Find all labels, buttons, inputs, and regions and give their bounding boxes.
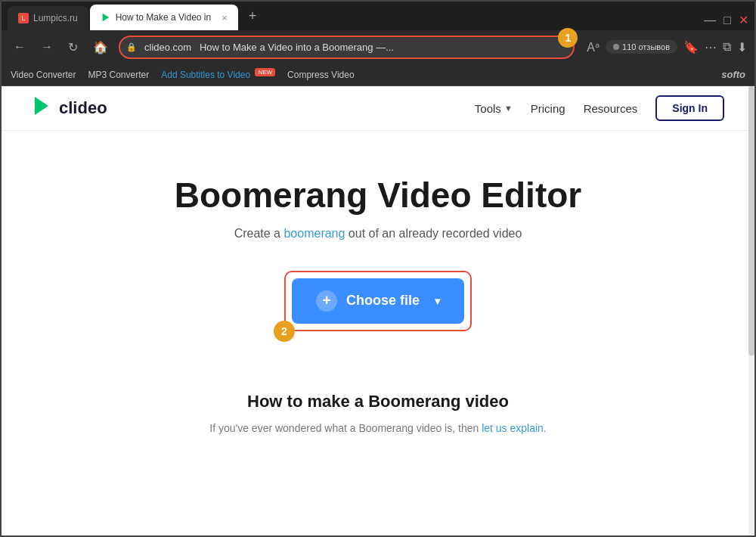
- new-tab-button[interactable]: +: [243, 5, 263, 27]
- bookmark-video-converter[interactable]: Video Converter: [11, 70, 76, 80]
- step-1-badge: 1: [558, 28, 578, 48]
- choose-file-wrapper: + Choose file ▾ 2: [284, 271, 472, 331]
- how-to-description: If you've ever wondered what a Boomerang…: [62, 422, 694, 434]
- step-2-badge: 2: [274, 321, 295, 342]
- resources-nav-link[interactable]: Resources: [584, 102, 638, 115]
- lumpics-favicon: L: [18, 13, 29, 23]
- hero-subtitle: Create a boomerang out of an already rec…: [32, 227, 724, 241]
- tab-close-button[interactable]: ×: [222, 12, 228, 23]
- home-button[interactable]: 🏠: [88, 37, 113, 57]
- pricing-nav-link[interactable]: Pricing: [531, 102, 565, 115]
- tab-bar: L Lumpics.ru How to Make a Video in × + …: [2, 2, 754, 30]
- scrollbar-track[interactable]: [748, 86, 754, 535]
- url-bar-container: 🔒 1: [119, 36, 575, 59]
- site-logo[interactable]: clideo: [32, 95, 107, 121]
- plus-icon: +: [316, 290, 337, 312]
- how-to-section: How to make a Boomerang video If you've …: [32, 354, 724, 449]
- tab-clideo[interactable]: How to Make a Video in ×: [90, 5, 238, 30]
- tab-lumpics-label: Lumpics.ru: [33, 13, 78, 23]
- collections-icon[interactable]: ⧉: [723, 40, 731, 54]
- bookmark-compress-video[interactable]: Compress Video: [287, 70, 355, 80]
- review-dot: [613, 44, 619, 50]
- logo-text: clideo: [59, 98, 107, 118]
- url-input[interactable]: [119, 36, 575, 59]
- refresh-button[interactable]: ↻: [64, 37, 82, 57]
- lock-icon: 🔒: [126, 42, 137, 52]
- tools-nav-link[interactable]: Tools ▼: [475, 102, 513, 115]
- hero-section: Boomerang Video Editor Create a boomeran…: [2, 131, 754, 480]
- url-right-icons: Aᵃ 110 отзывов 🔖 ⋯ ⧉ ⬇: [587, 40, 747, 54]
- bookmark-icon[interactable]: 🔖: [683, 40, 699, 54]
- minimize-button[interactable]: —: [704, 14, 716, 27]
- back-button[interactable]: ←: [9, 37, 30, 57]
- reader-mode-icon[interactable]: Aᵃ: [587, 40, 600, 54]
- review-pill[interactable]: 110 отзывов: [606, 40, 677, 54]
- forward-button[interactable]: →: [36, 37, 57, 57]
- subtitle-plain: Create a: [234, 227, 284, 240]
- site-header: clideo Tools ▼ Pricing Resources Sign In: [2, 86, 754, 131]
- how-to-title: How to make a Boomerang video: [62, 392, 694, 411]
- softo-brand: softo: [721, 69, 745, 80]
- review-count-text: 110 отзывов: [622, 42, 670, 51]
- page-content: clideo Tools ▼ Pricing Resources Sign In…: [2, 86, 754, 535]
- chevron-down-icon: ▾: [435, 295, 440, 307]
- header-nav: Tools ▼ Pricing Resources Sign In: [475, 95, 724, 121]
- tools-chevron-icon: ▼: [504, 104, 513, 113]
- clideo-logo-icon: [32, 95, 53, 121]
- browser-controls: — □ ✕: [704, 13, 748, 30]
- subtitle-link[interactable]: boomerang: [284, 227, 345, 240]
- browser-window: L Lumpics.ru How to Make a Video in × + …: [0, 0, 756, 537]
- bookmark-mp3-converter[interactable]: MP3 Converter: [88, 70, 150, 80]
- new-badge: NEW: [255, 68, 275, 76]
- choose-file-button[interactable]: + Choose file ▾: [292, 278, 464, 324]
- tab-clideo-label: How to Make a Video in: [116, 12, 212, 23]
- tab-lumpics[interactable]: L Lumpics.ru: [8, 6, 88, 30]
- subtitle-middle: out of an already recorded video: [345, 227, 522, 240]
- scrollbar-thumb[interactable]: [748, 86, 754, 355]
- download-icon[interactable]: ⬇: [737, 40, 747, 54]
- extensions-icon[interactable]: ⋯: [705, 40, 717, 54]
- clideo-favicon: [101, 12, 111, 23]
- svg-marker-0: [102, 14, 109, 22]
- hero-title: Boomerang Video Editor: [32, 176, 724, 215]
- bookmarks-bar: Video Converter MP3 Converter Add Subtit…: [2, 64, 754, 86]
- choose-file-outline: + Choose file ▾: [284, 271, 472, 331]
- navigation-bar: ← → ↻ 🏠 🔒 1 Aᵃ 110 отзывов 🔖 ⋯ ⧉ ⬇: [2, 30, 754, 64]
- bookmark-add-subtitles[interactable]: Add Subtitles to Video NEW: [161, 69, 275, 80]
- close-button[interactable]: ✕: [739, 13, 748, 27]
- signin-button[interactable]: Sign In: [655, 95, 724, 121]
- svg-marker-1: [35, 97, 48, 115]
- explain-link[interactable]: let us explain.: [482, 422, 547, 434]
- maximize-button[interactable]: □: [723, 14, 731, 27]
